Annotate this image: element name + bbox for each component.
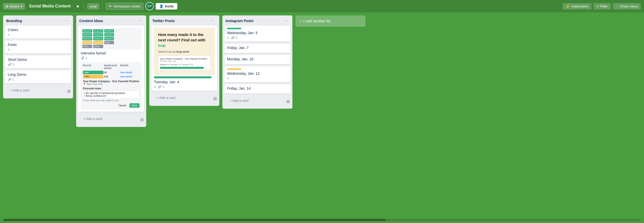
content-ideas-cards: Round 1 Round 2 Round 3 Round 4 Other Ro… [76,26,146,114]
workspace-visible-button[interactable]: 👁 Workspace visible [106,3,143,10]
filter-icon: ≡ [597,4,599,8]
app-header: ⊞ Board ▾ Social Media Content ★ Leap 👁 … [0,0,644,12]
card-template-button-instagram[interactable]: ▤ [286,99,290,103]
avatar[interactable]: CY [145,2,154,10]
horizontal-scrollbar[interactable] [3,219,641,221]
card-short-demo[interactable]: Short Demo 🔗 1 [5,55,71,68]
card-title-interview-funnel: interview funnel [81,51,142,55]
card-title-colors: Colors [8,28,68,32]
company-name: Your Dream Company · Your Favorite Posit… [83,80,140,83]
personal-notes: Personal notes • Be specific in behavior… [83,87,140,102]
funnel-chip-r3-1: Round 3 [104,29,114,33]
card-form-actions: Cancel Save [83,103,140,108]
card-ig-jan10[interactable]: Monday, Jan. 10 [224,55,290,64]
description-icon-ig-jan5: ≡ [227,36,229,40]
column-header-content-ideas: Content Ideas ··· [76,15,146,26]
card-title-long-demo: Long Demo [8,72,68,77]
view-details-1[interactable]: View details [120,71,140,74]
automation-button[interactable]: ⚡ Automation [563,3,591,10]
card-title-short-demo: Short Demo [8,58,68,62]
save-button[interactable]: Save [129,103,140,108]
funnel-col-2: Round 2 Round 3 Round 4 Round 4 Other [93,29,103,48]
ig-jan5-color-bar [227,28,241,29]
branding-cards: Colors ≡ Fonts ≡ Short Demo 🔗 1 [3,26,73,85]
card-long-demo[interactable]: Long Demo 🔗 1 [5,70,71,83]
funnel-chip-r3-other: Other [104,41,114,44]
card-title-ig-jan7: Friday, Jan. 7 [227,46,288,50]
card-twitter-main[interactable]: How many made it to the next round? Find… [151,26,217,91]
board-icon: ⊞ [6,4,8,8]
column-menu-button-content-ideas[interactable]: ··· [137,18,143,24]
card-title-ig-jan10: Monday, Jan. 10 [227,57,288,61]
header-right-actions: ⚡ Automation ≡ Filter ··· Show menu [563,3,641,10]
view-details-2[interactable]: View details [120,75,140,78]
funnel-chip-round4: Round 4 [82,41,92,44]
card-fonts[interactable]: Fonts ≡ [5,41,71,53]
funnel-chip-r3-3: Round 4 [104,37,114,40]
note-1: • Be specific in behavioral questions [84,92,138,95]
filter-button[interactable]: ≡ Filter [594,3,611,10]
card-meta-fonts: ≡ [8,48,68,51]
notes-content[interactable]: • Be specific in behavioral questions • … [83,90,140,99]
interview-funnel-detail: Round Applicants ahead Details ●●● 48 Vi… [81,62,142,110]
twitter-card-color-bar [154,76,212,78]
twitter-leap-highlight: leap [158,43,166,48]
board-title[interactable]: Social Media Content [27,3,73,10]
leap-button[interactable]: Leap [87,3,100,10]
automation-label: Automation [571,4,588,8]
notes-label: Personal notes [83,87,140,90]
card-template-button-twitter[interactable]: ▤ [213,96,217,100]
leap-label: Leap [90,4,97,8]
funnel-chip-r2-other: Other [93,45,103,48]
card-colors[interactable]: Colors ≡ [5,26,71,39]
show-menu-button[interactable]: ··· Show menu [613,3,641,10]
card-ig-jan7[interactable]: Friday, Jan. 7 [224,44,290,53]
add-another-list-button[interactable]: + + Add another list [295,15,365,27]
card-interview-funnel[interactable]: Round 1 Round 2 Round 3 Round 4 Other Ro… [78,26,144,112]
add-card-button-content-ideas[interactable]: + Add a card [81,115,105,123]
add-card-button-branding[interactable]: + Add a card [8,86,32,94]
card-ig-jan14[interactable]: Friday, Jan. 14 [224,84,290,94]
instagram-cards: Wednesday, Jan. 5 ≡ 🔗 1 Friday, Jan. 7 M… [222,26,292,96]
card-ig-jan12[interactable]: Wednesday, Jan. 12 ≡ [224,66,290,82]
stat-round2: Round 2 12 [182,63,193,66]
add-card-button-instagram[interactable]: + Add a card [227,97,251,105]
card-template-button-branding[interactable]: ▤ [67,89,71,93]
invite-button[interactable]: 👤 Invite [156,3,177,10]
ig-jan12-color-bar [227,68,241,70]
board-label: Board [10,4,19,8]
card-meta-twitter-main: ≡ 🔗 1 [154,85,215,89]
card-ig-jan5[interactable]: Wednesday, Jan. 5 ≡ 🔗 1 [224,26,290,42]
funnel-col-3: Round 3 Round 4 Round 4 Other [104,29,114,44]
attachment-icon-long-demo: 🔗 1 [8,78,14,81]
workspace-icon: 👁 [109,4,112,8]
attachment-icon-short-demo: 🔗 1 [8,63,14,66]
add-list-label: + Add another list [303,19,331,23]
description-icon-twitter: ≡ [154,85,156,89]
branding-footer: + Add a card ▤ [3,85,73,98]
star-button[interactable]: ★ [75,3,81,10]
add-card-button-twitter[interactable]: + Add a card [154,94,178,102]
instagram-footer: + Add a card ▤ [222,96,292,109]
funnel-chip-round2: Round 2 [82,33,92,36]
funnel-row-1: ●●● 48 View details [83,71,140,74]
applicants-2: N/A [104,75,119,78]
header-divider [84,3,84,9]
card-template-button-content-ideas[interactable]: ▤ [140,117,144,122]
card-title-ig-jan14: Friday, Jan. 14 [227,86,288,90]
stat-round1: Round 1 37 [171,63,181,66]
col-details: Details [120,64,140,70]
column-menu-button-twitter[interactable]: ··· [210,18,216,24]
column-menu-button-branding[interactable]: ··· [64,18,70,24]
description-icon-fonts: ≡ [8,48,10,51]
board-view-button[interactable]: ⊞ Board ▾ [3,3,25,10]
column-title-twitter: Twitter Posts [152,19,175,23]
column-menu-button-instagram[interactable]: ··· [283,18,289,24]
twitter-cards: How many made it to the next round? Find… [149,26,219,93]
note-2: • Bring confidence!! [84,95,138,97]
card-meta-long-demo: 🔗 1 [8,78,68,81]
column-header-instagram: Instagram Posts ··· [222,15,292,26]
show-menu-label: Show menu [620,4,638,8]
card-meta-ig-jan12: ≡ [227,77,288,80]
cancel-button[interactable]: Cancel [116,103,128,108]
